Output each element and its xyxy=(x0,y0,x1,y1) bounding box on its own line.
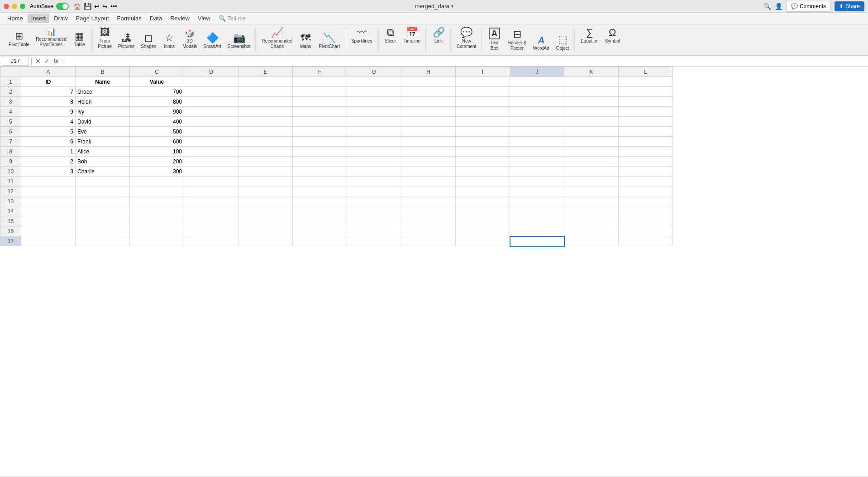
cancel-formula-button[interactable]: ✕ xyxy=(34,57,42,65)
cell-G8[interactable] xyxy=(347,147,401,157)
maximize-button[interactable] xyxy=(20,4,25,9)
cell-L14[interactable] xyxy=(619,206,673,216)
cell-E13[interactable] xyxy=(238,196,293,206)
new-comment-button[interactable]: 💬 NewComment xyxy=(454,26,478,51)
cell-A12[interactable] xyxy=(21,186,76,196)
formula-input[interactable] xyxy=(68,57,866,66)
cell-C5[interactable]: 400 xyxy=(130,117,184,127)
cell-D14[interactable] xyxy=(184,206,238,216)
menu-review[interactable]: Review xyxy=(167,14,193,23)
recommended-charts-button[interactable]: 📈 RecommendedCharts xyxy=(259,26,295,51)
cell-B14[interactable] xyxy=(76,206,130,216)
cell-J8[interactable] xyxy=(510,147,564,157)
cell-F8[interactable] xyxy=(293,147,347,157)
col-header-i[interactable]: I xyxy=(456,67,510,77)
shapes-button[interactable]: ◻ Shapes xyxy=(138,32,158,51)
cell-G5[interactable] xyxy=(347,117,401,127)
cell-G3[interactable] xyxy=(347,97,401,107)
cell-L7[interactable] xyxy=(619,137,673,147)
cell-L4[interactable] xyxy=(619,107,673,117)
cell-K5[interactable] xyxy=(564,117,619,127)
cell-A16[interactable] xyxy=(21,226,76,236)
cell-H7[interactable] xyxy=(401,137,456,147)
cell-J2[interactable] xyxy=(510,87,564,97)
cell-A2[interactable]: 7 xyxy=(21,87,76,97)
cell-D4[interactable] xyxy=(184,107,238,117)
cell-K1[interactable] xyxy=(564,77,619,87)
cell-D7[interactable] xyxy=(184,137,238,147)
cell-C10[interactable]: 300 xyxy=(130,167,184,176)
cell-H6[interactable] xyxy=(401,127,456,137)
row-num-3[interactable]: 3 xyxy=(0,97,21,107)
cell-H1[interactable] xyxy=(401,77,456,87)
row-num-17[interactable]: 17 xyxy=(0,236,21,246)
col-header-f[interactable]: F xyxy=(293,67,347,77)
table-button[interactable]: ▦ Table xyxy=(71,30,89,49)
cell-F14[interactable] xyxy=(293,206,347,216)
col-header-d[interactable]: D xyxy=(184,67,238,77)
cell-E6[interactable] xyxy=(238,127,293,137)
cell-K2[interactable] xyxy=(564,87,619,97)
cell-E14[interactable] xyxy=(238,206,293,216)
col-header-c[interactable]: C xyxy=(130,67,184,77)
cell-G7[interactable] xyxy=(347,137,401,147)
row-num-7[interactable]: 7 xyxy=(0,137,21,147)
cell-G11[interactable] xyxy=(347,176,401,186)
timeline-button[interactable]: 📅 Timeline xyxy=(401,26,423,45)
recommended-pivottables-button[interactable]: 📊 RecommendedPivotTables xyxy=(33,26,69,49)
undo-button[interactable]: ↩ xyxy=(94,3,100,10)
cell-A17[interactable] xyxy=(21,236,76,246)
cell-A14[interactable] xyxy=(21,206,76,216)
cell-E16[interactable] xyxy=(238,226,293,236)
cell-L17[interactable] xyxy=(619,236,673,246)
cell-J6[interactable] xyxy=(510,127,564,137)
function-wizard-button[interactable]: fx xyxy=(52,58,60,64)
cell-H16[interactable] xyxy=(401,226,456,236)
cell-A11[interactable] xyxy=(21,176,76,186)
cell-C2[interactable]: 700 xyxy=(130,87,184,97)
cell-C16[interactable] xyxy=(130,226,184,236)
cell-L3[interactable] xyxy=(619,97,673,107)
cell-C6[interactable]: 500 xyxy=(130,127,184,137)
row-num-16[interactable]: 16 xyxy=(0,226,21,236)
cell-D3[interactable] xyxy=(184,97,238,107)
home-icon[interactable]: 🏠 xyxy=(73,3,81,10)
cell-I5[interactable] xyxy=(456,117,510,127)
cell-H15[interactable] xyxy=(401,216,456,226)
row-num-2[interactable]: 2 xyxy=(0,87,21,97)
cell-K15[interactable] xyxy=(564,216,619,226)
cell-J9[interactable] xyxy=(510,157,564,167)
cell-C1[interactable]: Value xyxy=(130,77,184,87)
menu-view[interactable]: View xyxy=(194,14,214,23)
cell-J5[interactable] xyxy=(510,117,564,127)
col-header-k[interactable]: K xyxy=(564,67,619,77)
cell-L15[interactable] xyxy=(619,216,673,226)
cell-J15[interactable] xyxy=(510,216,564,226)
cell-L12[interactable] xyxy=(619,186,673,196)
cell-E11[interactable] xyxy=(238,176,293,186)
cell-G15[interactable] xyxy=(347,216,401,226)
cell-L6[interactable] xyxy=(619,127,673,137)
cell-H13[interactable] xyxy=(401,196,456,206)
cell-C13[interactable] xyxy=(130,196,184,206)
cell-K10[interactable] xyxy=(564,167,619,176)
cell-C12[interactable] xyxy=(130,186,184,196)
menu-data[interactable]: Data xyxy=(146,14,166,23)
cell-F3[interactable] xyxy=(293,97,347,107)
cell-E7[interactable] xyxy=(238,137,293,147)
menu-draw[interactable]: Draw xyxy=(50,14,71,23)
cell-E9[interactable] xyxy=(238,157,293,167)
cell-H5[interactable] xyxy=(401,117,456,127)
col-header-g[interactable]: G xyxy=(347,67,401,77)
cell-K6[interactable] xyxy=(564,127,619,137)
cell-A1[interactable]: ID xyxy=(21,77,76,87)
wordart-button[interactable]: A WordArt xyxy=(531,34,552,52)
window-controls[interactable] xyxy=(4,4,25,9)
cell-H14[interactable] xyxy=(401,206,456,216)
search-icon[interactable]: 🔍 xyxy=(763,3,771,10)
cell-K12[interactable] xyxy=(564,186,619,196)
cell-G1[interactable] xyxy=(347,77,401,87)
cell-I16[interactable] xyxy=(456,226,510,236)
slicer-button[interactable]: ⧉ Slicer xyxy=(382,26,400,45)
cell-I12[interactable] xyxy=(456,186,510,196)
